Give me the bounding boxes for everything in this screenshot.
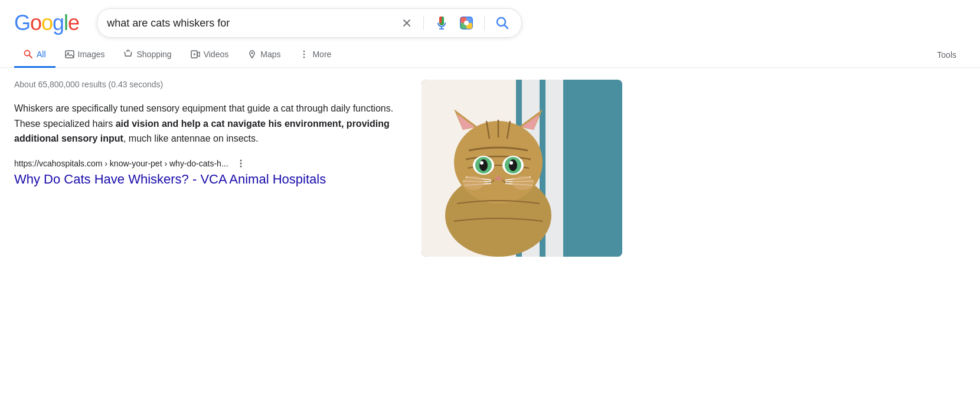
- images-tab-icon: [65, 50, 74, 59]
- cat-illustration: [422, 80, 622, 257]
- svg-point-48: [463, 176, 484, 190]
- svg-point-19: [303, 57, 305, 58]
- svg-point-11: [25, 51, 30, 56]
- svg-point-49: [512, 176, 534, 190]
- logo-letter-g: G: [14, 11, 30, 35]
- search-button[interactable]: [493, 14, 512, 32]
- tab-all-label: All: [37, 50, 46, 59]
- all-tab-icon: [24, 50, 33, 59]
- tab-maps-label: Maps: [260, 50, 280, 59]
- tab-shopping-label: Shopping: [136, 50, 171, 59]
- svg-point-21: [240, 162, 241, 164]
- search-bar-icons: [398, 14, 512, 32]
- tab-images-label: Images: [78, 50, 105, 59]
- lens-button[interactable]: [457, 14, 476, 32]
- search-bar: what are cats whiskers for: [97, 8, 522, 38]
- svg-rect-26: [545, 80, 563, 257]
- logo-letter-g2: g: [53, 11, 64, 35]
- results-main: About 65,800,000 results (0.43 seconds) …: [14, 80, 398, 257]
- logo-letter-o2: o: [41, 11, 53, 35]
- lens-icon: [459, 16, 473, 30]
- svg-point-40: [509, 161, 513, 165]
- result-url: https://vcahospitals.com › know-your-pet…: [14, 158, 398, 169]
- maps-tab-icon: [247, 50, 257, 59]
- header: Google what are cats whiskers for: [0, 0, 980, 42]
- tab-images[interactable]: Images: [55, 42, 115, 68]
- svg-point-20: [240, 159, 241, 161]
- svg-rect-12: [66, 51, 74, 58]
- shopping-tab-icon: [123, 50, 133, 59]
- svg-point-22: [240, 165, 241, 167]
- more-tab-icon: [299, 50, 309, 59]
- tab-all[interactable]: All: [14, 42, 55, 68]
- svg-marker-15: [194, 53, 196, 55]
- videos-tab-icon: [191, 50, 200, 59]
- results-count: About 65,800,000 results (0.43 seconds): [14, 80, 398, 89]
- result-title-link[interactable]: Why Do Cats Have Whiskers? - VCA Animal …: [14, 172, 326, 186]
- tools-button[interactable]: Tools: [927, 43, 966, 67]
- tab-shopping[interactable]: Shopping: [114, 42, 181, 68]
- svg-point-38: [509, 159, 517, 171]
- svg-rect-0: [439, 17, 442, 23]
- tab-more[interactable]: More: [290, 42, 341, 68]
- google-logo[interactable]: Google: [14, 11, 79, 35]
- result-more-icon: [236, 158, 246, 169]
- svg-point-39: [480, 161, 484, 165]
- nav-tabs: All Images Shopping Vid: [0, 42, 980, 68]
- results-side: [422, 80, 622, 257]
- search-input[interactable]: what are cats whiskers for: [107, 17, 393, 30]
- divider2: [484, 16, 485, 30]
- clear-button[interactable]: [398, 15, 415, 31]
- svg-point-9: [464, 21, 469, 25]
- results-area: About 65,800,000 results (0.43 seconds) …: [0, 68, 980, 268]
- snippet-text-after: , much like antennae on insects.: [123, 133, 259, 143]
- clear-icon: [401, 17, 413, 29]
- tab-more-label: More: [312, 50, 331, 59]
- svg-point-37: [479, 159, 488, 171]
- mic-icon: [435, 16, 449, 30]
- svg-point-13: [67, 53, 69, 54]
- svg-point-18: [303, 54, 305, 55]
- svg-point-16: [251, 53, 253, 54]
- svg-point-17: [303, 51, 305, 53]
- logo-letter-o1: o: [30, 11, 41, 35]
- svg-rect-1: [442, 17, 444, 23]
- logo-letter-e: e: [68, 11, 79, 35]
- divider: [423, 16, 424, 30]
- featured-snippet: Whiskers are specifically tuned sensory …: [14, 101, 398, 146]
- result-more-button[interactable]: [233, 158, 249, 169]
- mic-button[interactable]: [432, 14, 451, 32]
- search-icon: [495, 16, 509, 30]
- tab-videos-label: Videos: [204, 50, 229, 59]
- tab-maps[interactable]: Maps: [238, 42, 290, 68]
- result-url-text: https://vcahospitals.com › know-your-pet…: [14, 159, 228, 168]
- cat-image: [422, 80, 622, 257]
- tab-videos[interactable]: Videos: [181, 42, 239, 68]
- result-title[interactable]: Why Do Cats Have Whiskers? - VCA Animal …: [14, 171, 398, 188]
